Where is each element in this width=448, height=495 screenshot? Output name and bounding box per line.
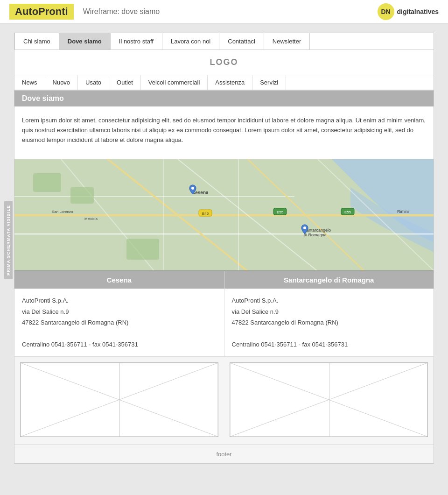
nav-sec-usato[interactable]: Usato — [78, 75, 109, 90]
location-cards: Cesena AutoPronti S.p.A. via Del Salice … — [14, 271, 434, 357]
santarcangelo-address2: 47822 Santarcangelo di Romagna (RN) — [232, 317, 427, 328]
cesena-address1: via Del Salice n.9 — [22, 306, 217, 317]
cesena-body: AutoPronti S.p.A. via Del Salice n.9 478… — [14, 289, 224, 357]
nav-item-dove-siamo[interactable]: Dove siamo — [59, 33, 111, 50]
nav-sec-news[interactable]: News — [14, 75, 45, 90]
santarcangelo-phone: Centralino 0541-356711 - fax 0541-356731 — [232, 339, 427, 350]
svg-text:Meldola: Meldola — [84, 217, 98, 221]
nav-sec-servizi[interactable]: Servizi — [252, 75, 286, 90]
brand-area: DN digitalnatives — [378, 3, 439, 20]
logo-area: LOGO — [14, 50, 434, 75]
cesena-phone: Centralino 0541-356711 - fax 0541-356731 — [22, 339, 217, 350]
nav-item-nostro-staff[interactable]: Il nostro staff — [111, 33, 162, 50]
nav-item-contattaci[interactable]: Contattaci — [219, 33, 264, 50]
santarcangelo-company: AutoPronti S.p.A. — [232, 295, 427, 306]
nav-sec-veicoli[interactable]: Veicoli commerciali — [141, 75, 208, 90]
site-logo: AutoPronti — [9, 4, 74, 20]
svg-text:San Lorenzo: San Lorenzo — [52, 210, 73, 214]
image-placeholder-right — [230, 362, 428, 437]
santarcangelo-address1: via Del Salice n.9 — [232, 306, 427, 317]
page-title: Dove siamo — [22, 94, 64, 102]
footer-bar: footer — [14, 445, 434, 463]
top-bar: AutoPronti Wireframe: dove siamo DN digi… — [0, 0, 448, 23]
cesena-address2: 47822 Santarcangelo di Romagna (RN) — [22, 317, 217, 328]
placeholder-x-right — [230, 363, 427, 437]
brand-label-post: natives — [416, 8, 439, 15]
location-card-cesena: Cesena AutoPronti S.p.A. via Del Salice … — [14, 271, 224, 357]
svg-rect-13 — [126, 239, 159, 260]
page-title-bar: Dove siamo — [14, 91, 434, 106]
brand-label-pre: digital — [397, 8, 416, 15]
main-paragraph: Lorem ipsum dolor sit amet, consectetur … — [22, 116, 426, 145]
location-card-santarcangelo: Santarcangelo di Romagna AutoPronti S.p.… — [224, 271, 434, 357]
svg-rect-12 — [70, 187, 94, 204]
main-content: Lorem ipsum dolor sit amet, consectetur … — [14, 106, 434, 159]
brand-label: digitalnatives — [397, 8, 439, 15]
logo-text: LOGO — [210, 57, 238, 67]
nav-sec-assistenza[interactable]: Assistenza — [208, 75, 252, 90]
brand-icon: DN — [378, 3, 394, 20]
nav-item-newsletter[interactable]: Newsletter — [264, 33, 310, 50]
map-area: Cesena Santarcangelo di Romagna Rimini S… — [14, 159, 434, 271]
side-label: PRIMA SCHERMATA VISIBILE — [4, 201, 13, 279]
page-subtitle: Wireframe: dove siamo — [83, 7, 378, 16]
svg-point-27 — [303, 226, 306, 229]
nav-sec-outlet[interactable]: Outlet — [109, 75, 141, 90]
placeholder-x-left — [21, 363, 218, 437]
cesena-company: AutoPronti S.p.A. — [22, 295, 217, 306]
footer-label: footer — [216, 451, 231, 458]
page-wrapper: PRIMA SCHERMATA VISIBILE Chi siamo Dove … — [14, 33, 434, 464]
image-placeholder-left — [20, 362, 218, 437]
nav-item-chi-siamo[interactable]: Chi siamo — [14, 33, 59, 50]
svg-rect-11 — [33, 173, 61, 192]
nav-sec-nuovo[interactable]: Nuovo — [45, 75, 78, 90]
nav-secondary: News Nuovo Usato Outlet Veicoli commerci… — [14, 75, 434, 91]
svg-text:E55: E55 — [277, 210, 284, 214]
cesena-header: Cesena — [14, 271, 224, 289]
nav-top: Chi siamo Dove siamo Il nostro staff Lav… — [14, 33, 434, 50]
svg-text:Rimini: Rimini — [397, 209, 409, 214]
santarcangelo-header: Santarcangelo di Romagna — [224, 271, 434, 289]
image-placeholders — [14, 357, 434, 443]
svg-text:di Romagna: di Romagna — [304, 233, 327, 237]
svg-text:E55: E55 — [344, 210, 351, 214]
santarcangelo-body: AutoPronti S.p.A. via Del Salice n.9 478… — [224, 289, 434, 357]
map-svg: Cesena Santarcangelo di Romagna Rimini S… — [14, 159, 434, 270]
svg-text:E45: E45 — [202, 212, 209, 216]
nav-item-lavora-con-noi[interactable]: Lavora con noi — [162, 33, 219, 50]
svg-point-26 — [191, 187, 194, 190]
